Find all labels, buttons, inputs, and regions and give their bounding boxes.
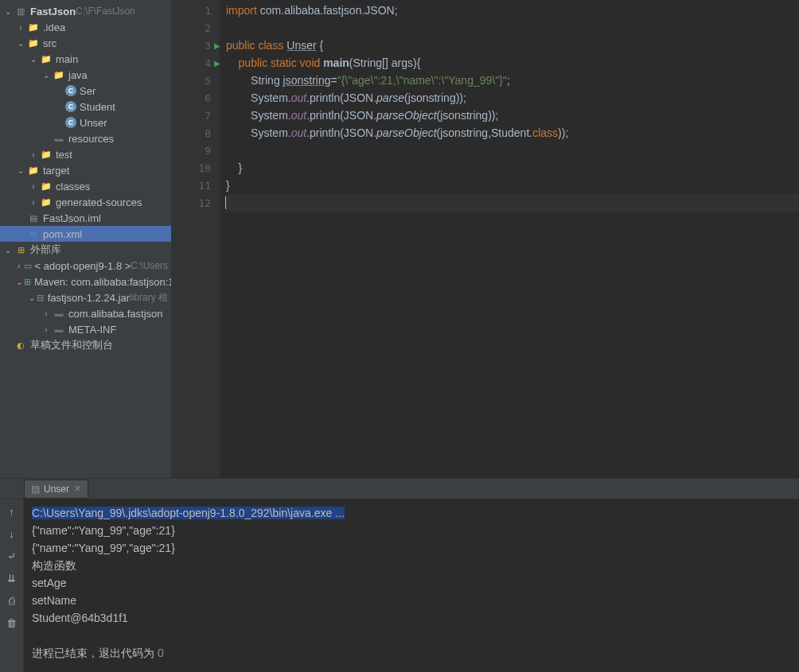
chevron-down-icon[interactable] bbox=[3, 246, 13, 254]
chevron-down-icon[interactable] bbox=[16, 166, 25, 175]
chevron-down-icon[interactable] bbox=[16, 278, 22, 286]
tree-item-label: FastJson bbox=[30, 6, 76, 17]
tree-item-label: 外部库 bbox=[30, 243, 61, 257]
gutter-line[interactable]: 9 bbox=[172, 142, 219, 159]
run-tab-unser[interactable]: ▤ Unser ✕ bbox=[24, 480, 88, 499]
gutter-line[interactable]: 8 bbox=[172, 124, 219, 142]
console-toolbar: ↑ ↓ ⤶ ⇊ ⎙ 🗑 bbox=[0, 499, 24, 672]
tree-item-suffix: C:\F\FastJson bbox=[76, 6, 135, 17]
tree-item-fastjson[interactable]: ▥FastJson C:\F\FastJson bbox=[0, 3, 171, 19]
tree-item--adopt-openj9-1-8-[interactable]: ▭< adopt-openj9-1.8 > C:\Users bbox=[0, 258, 171, 274]
tree-item-student[interactable]: CStudent bbox=[0, 99, 171, 115]
console-line bbox=[32, 627, 791, 644]
tree-item-label: test bbox=[56, 149, 72, 161]
tree-item-maven-com-alibaba-fastjson-1-2[interactable]: ⊞Maven: com.alibaba:fastjson:1.2 bbox=[0, 274, 171, 289]
gutter-line[interactable]: 4▶ bbox=[172, 54, 219, 72]
console-output[interactable]: C:\Users\Yang_99\.jdks\adopt-openj9-1.8.… bbox=[24, 499, 799, 672]
code-line[interactable] bbox=[226, 194, 799, 212]
tree-item--[interactable]: ◐草稿文件和控制台 bbox=[0, 337, 171, 353]
gutter-line[interactable]: 12 bbox=[172, 194, 219, 212]
close-icon[interactable]: ✕ bbox=[74, 484, 81, 494]
tree-item-label: classes bbox=[56, 181, 90, 192]
chevron-right-icon[interactable] bbox=[41, 325, 51, 334]
gutter-line[interactable]: 2 bbox=[172, 19, 219, 37]
tree-item-label: < adopt-openj9-1.8 > bbox=[35, 260, 131, 272]
tree-item-label: FastJson.iml bbox=[43, 212, 101, 224]
tree-item-label: target bbox=[43, 165, 69, 177]
tree-item-pom-xml[interactable]: mpom.xml bbox=[0, 226, 171, 242]
chevron-down-icon[interactable] bbox=[16, 39, 25, 48]
gutter-line[interactable]: 5 bbox=[172, 72, 219, 89]
code-line[interactable] bbox=[226, 19, 799, 37]
tree-item-label: .idea bbox=[43, 21, 65, 33]
code-line[interactable]: } bbox=[226, 177, 799, 194]
tree-item-ser[interactable]: CSer bbox=[0, 83, 171, 99]
chevron-right-icon[interactable] bbox=[29, 198, 38, 207]
tree-item-label: fastjson-1.2.24.jar bbox=[48, 292, 130, 304]
tree-item-java[interactable]: 📁java bbox=[0, 67, 171, 83]
print-icon[interactable]: ⎙ bbox=[3, 592, 21, 609]
chevron-right-icon[interactable] bbox=[29, 182, 38, 191]
code-line[interactable]: System.out.println(JSON.parse(jsonstring… bbox=[226, 89, 799, 107]
tree-item-meta-inf[interactable]: ▬META-INF bbox=[0, 321, 171, 337]
code-line[interactable]: public static void main(String[] args){ bbox=[226, 54, 799, 72]
code-line[interactable]: public class Unser { bbox=[226, 37, 799, 54]
chevron-down-icon[interactable] bbox=[29, 293, 35, 302]
tree-item-fastjson-iml[interactable]: ▤FastJson.iml bbox=[0, 210, 171, 226]
tree-item-main[interactable]: 📁main bbox=[0, 51, 171, 67]
code-line[interactable]: import com.alibaba.fastjson.JSON; bbox=[226, 2, 799, 19]
chevron-right-icon[interactable] bbox=[16, 23, 25, 32]
chevron-right-icon[interactable] bbox=[29, 150, 38, 159]
project-tree-panel: ▥FastJson C:\F\FastJson📁.idea📁src📁main📁j… bbox=[0, 0, 172, 478]
tree-item-classes[interactable]: 📁classes bbox=[0, 178, 171, 194]
run-gutter-icon[interactable]: ▶ bbox=[214, 59, 220, 68]
app-icon: ▤ bbox=[31, 484, 40, 495]
chevron-right-icon[interactable] bbox=[16, 262, 22, 270]
code-line[interactable]: } bbox=[226, 159, 799, 177]
tree-item-fastjson-1-2-24-jar[interactable]: ⊟fastjson-1.2.24.jar library 根 bbox=[0, 289, 171, 305]
tree-item-unser[interactable]: CUnser bbox=[0, 115, 171, 130]
tree-item-generated-sources[interactable]: 📁generated-sources bbox=[0, 194, 171, 210]
gutter-line[interactable]: 1 bbox=[172, 2, 219, 19]
tree-item-label: 草稿文件和控制台 bbox=[30, 338, 113, 352]
code-line[interactable]: System.out.println(JSON.parseObject(json… bbox=[226, 124, 799, 142]
code-line[interactable]: System.out.println(JSON.parseObject(json… bbox=[226, 107, 799, 124]
trash-icon[interactable]: 🗑 bbox=[3, 614, 21, 631]
chevron-down-icon[interactable] bbox=[29, 55, 38, 64]
console-line: 进程已结束，退出代码为 0 bbox=[32, 644, 791, 662]
gutter-line[interactable]: 11 bbox=[172, 177, 219, 194]
code-line[interactable] bbox=[226, 142, 799, 159]
console-line: setName bbox=[32, 592, 791, 609]
wrap-icon[interactable]: ⤶ bbox=[3, 547, 21, 565]
gutter-line[interactable]: 6 bbox=[172, 89, 219, 107]
chevron-down-icon[interactable] bbox=[41, 71, 51, 80]
chevron-down-icon[interactable] bbox=[3, 7, 13, 16]
scroll-icon[interactable]: ⇊ bbox=[3, 569, 21, 587]
down-icon[interactable]: ↓ bbox=[3, 525, 21, 542]
code-line[interactable]: String jsonstring="{\"age\":21,\"name\":… bbox=[226, 72, 799, 89]
tree-item-src[interactable]: 📁src bbox=[0, 35, 171, 51]
run-tab-label: Unser bbox=[44, 484, 69, 495]
tree-item-com-alibaba-fastjson[interactable]: ▬com.alibaba.fastjson bbox=[0, 305, 171, 321]
tree-item-label: java bbox=[68, 69, 88, 81]
run-gutter-icon[interactable]: ▶ bbox=[214, 41, 220, 50]
tree-item-test[interactable]: 📁test bbox=[0, 146, 171, 162]
editor[interactable]: 123▶4▶56789101112 import com.alibaba.fas… bbox=[172, 0, 799, 478]
tree-item--[interactable]: ⊞外部库 bbox=[0, 242, 171, 258]
cursor bbox=[225, 196, 229, 209]
gutter-line[interactable]: 7 bbox=[172, 107, 219, 124]
run-tab-bar: ▤ Unser ✕ bbox=[0, 479, 799, 499]
console-line: 构造函数 bbox=[32, 557, 791, 574]
tree-item-resources[interactable]: ▬resources bbox=[0, 130, 171, 146]
console-line: setAge bbox=[32, 574, 791, 592]
run-panel: ▤ Unser ✕ ↑ ↓ ⤶ ⇊ ⎙ 🗑 C:\Users\Yang_99\.… bbox=[0, 478, 799, 672]
tree-item--idea[interactable]: 📁.idea bbox=[0, 19, 171, 35]
code-area[interactable]: import com.alibaba.fastjson.JSON;public … bbox=[220, 0, 799, 478]
up-icon[interactable]: ↑ bbox=[3, 503, 21, 520]
gutter-line[interactable]: 3▶ bbox=[172, 37, 219, 54]
tree-item-target[interactable]: 📁target bbox=[0, 162, 171, 178]
tree-item-label: com.alibaba.fastjson bbox=[68, 308, 163, 320]
chevron-right-icon[interactable] bbox=[41, 309, 51, 318]
gutter-line[interactable]: 10 bbox=[172, 159, 219, 177]
tree-item-label: generated-sources bbox=[56, 196, 142, 208]
